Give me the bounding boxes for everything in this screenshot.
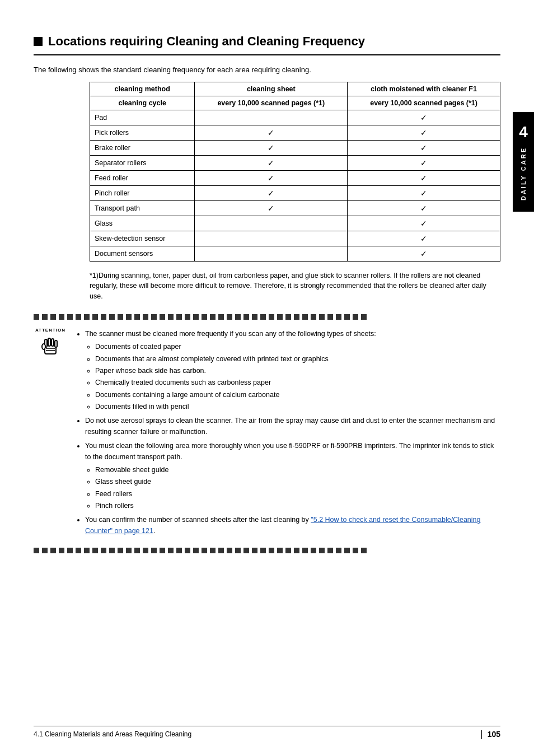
dash-icon (218, 314, 224, 320)
table-row: Brake roller✓✓ (90, 140, 500, 155)
attention-sub-bullet: Removable sheet guide (95, 465, 500, 475)
table-row: Document sensors✓ (90, 246, 500, 261)
dash-icon (42, 314, 48, 320)
dashes-top (34, 312, 472, 322)
cleaning-table: cleaning method cleaning sheet cloth moi… (90, 82, 500, 262)
dash-icon (101, 314, 106, 320)
dash-icon (327, 548, 333, 553)
table-row: Feed roller✓✓ (90, 170, 500, 185)
attention-icon (37, 333, 64, 360)
dash-icon (277, 548, 283, 553)
dash-icon (126, 548, 132, 553)
dash-icon (134, 548, 140, 553)
dash-icon (76, 548, 81, 553)
footnote: *1)During scanning, toner, paper dust, o… (90, 270, 500, 302)
table-cell-col2: ✓ (195, 140, 348, 155)
dash-icon (336, 548, 341, 553)
table-cell-col3: ✓ (348, 185, 500, 200)
dash-icon (302, 314, 308, 320)
table-cell-label: Transport path (90, 200, 195, 216)
dash-icon (59, 548, 64, 553)
dash-icon (118, 548, 123, 553)
col1-header1: cleaning method (90, 82, 195, 96)
svg-rect-4 (55, 340, 57, 347)
dash-icon (344, 548, 350, 553)
dash-icon (235, 314, 241, 320)
dash-icon (269, 548, 274, 553)
table-cell-col2: ✓ (195, 125, 348, 140)
footer-text: 4.1 Cleaning Materials and Areas Requiri… (34, 730, 191, 738)
page-number: 105 (488, 730, 500, 739)
svg-rect-2 (48, 338, 50, 346)
dash-icon (227, 314, 232, 320)
side-tab-number: 4 (519, 123, 528, 141)
dash-icon (67, 548, 73, 553)
attention-sub-bullet: Chemically treated documents such as car… (95, 377, 500, 388)
dash-icon (42, 548, 48, 553)
heading-square-icon (34, 37, 43, 46)
dash-icon (50, 314, 56, 320)
dash-icon (285, 314, 291, 320)
attention-bullet: The scanner must be cleaned more frequen… (85, 329, 500, 413)
dash-icon (202, 314, 207, 320)
dash-icon (118, 314, 123, 320)
attention-sub-bullet: Paper whose back side has carbon. (95, 366, 500, 376)
dash-icon (185, 314, 190, 320)
svg-rect-3 (51, 339, 54, 346)
table-cell-label: Brake roller (90, 140, 195, 155)
table-cell-col3: ✓ (348, 125, 500, 140)
dash-icon (126, 314, 132, 320)
dash-icon (50, 548, 56, 553)
dash-icon (243, 548, 249, 553)
attention-sub-bullet: Feed rollers (95, 489, 500, 500)
dash-icon (151, 314, 157, 320)
col3-header2: every 10,000 scanned pages (*1) (348, 96, 500, 110)
dash-icon (67, 314, 73, 320)
dash-icon (168, 548, 174, 553)
table-cell-col2: ✓ (195, 170, 348, 185)
dash-icon (92, 314, 98, 320)
dash-icon (34, 548, 39, 553)
table-row: Pick rollers✓✓ (90, 125, 500, 140)
table-cell-col3: ✓ (348, 155, 500, 170)
col3-header1: cloth moistened with cleaner F1 (348, 82, 500, 96)
dash-icon (327, 314, 333, 320)
table-cell-label: Glass (90, 216, 195, 231)
dash-icon (269, 314, 274, 320)
table-cell-col3: ✓ (348, 200, 500, 216)
table-cell-col3: ✓ (348, 246, 500, 261)
table-row: Glass✓ (90, 216, 500, 231)
dash-icon (84, 548, 90, 553)
dash-icon (202, 548, 207, 553)
attention-bullet: Do not use aerosol sprays to clean the s… (85, 416, 500, 437)
dash-icon (260, 548, 266, 553)
table-cell-col2 (195, 231, 348, 246)
table-cell-col2 (195, 216, 348, 231)
table-row: Separator rollers✓✓ (90, 155, 500, 170)
dash-icon (109, 548, 115, 553)
dash-icon (160, 314, 165, 320)
dash-icon (134, 314, 140, 320)
table-row: Skew-detection sensor✓ (90, 231, 500, 246)
attention-text: The scanner must be cleaned more frequen… (76, 328, 500, 540)
dash-icon (252, 548, 257, 553)
dash-icon (168, 314, 174, 320)
dash-icon (84, 314, 90, 320)
table-cell-col3: ✓ (348, 140, 500, 155)
table-row: Pad✓ (90, 110, 500, 125)
attention-bullet: You must clean the following area more t… (85, 441, 500, 511)
dash-icon (109, 314, 115, 320)
dash-icon (143, 314, 148, 320)
attention-sub-bullet: Documents containing a large amount of c… (95, 390, 500, 400)
table-cell-col2: ✓ (195, 200, 348, 216)
table-cell-col2: ✓ (195, 155, 348, 170)
dash-icon (92, 548, 98, 553)
side-tab-label: DAILY CARE (520, 147, 527, 200)
dash-icon (34, 314, 39, 320)
dash-icon (210, 314, 216, 320)
col2-header1: cleaning sheet (195, 82, 348, 96)
dash-icon (185, 548, 190, 553)
dash-icon (193, 548, 199, 553)
dash-icon (210, 548, 216, 553)
table-cell-label: Pad (90, 110, 195, 125)
